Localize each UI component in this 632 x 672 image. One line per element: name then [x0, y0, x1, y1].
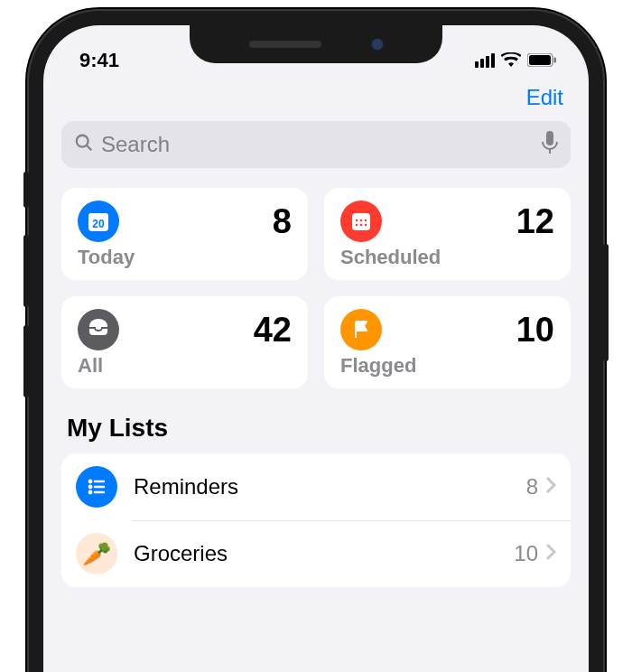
- svg-point-12: [360, 219, 363, 222]
- svg-text:20: 20: [92, 218, 105, 230]
- my-lists-header: My Lists: [67, 414, 565, 443]
- flag-icon: [340, 309, 382, 350]
- battery-icon: [527, 49, 556, 72]
- chevron-right-icon: [545, 543, 556, 565]
- microphone-icon[interactable]: [542, 131, 558, 158]
- svg-point-16: [365, 224, 367, 227]
- status-time: 9:41: [79, 49, 119, 72]
- flagged-count: 10: [516, 311, 554, 350]
- svg-point-17: [89, 481, 91, 482]
- calendar-icon: [340, 201, 382, 242]
- edit-button[interactable]: Edit: [526, 85, 563, 110]
- svg-point-21: [89, 491, 91, 493]
- smart-list-all[interactable]: 42 All: [61, 296, 308, 388]
- search-input[interactable]: Search: [61, 121, 571, 168]
- list-icon: [76, 466, 117, 508]
- svg-line-4: [87, 145, 92, 151]
- tray-icon: [78, 309, 119, 350]
- svg-point-14: [356, 224, 358, 227]
- all-count: 42: [254, 311, 292, 350]
- search-placeholder: Search: [101, 132, 534, 157]
- search-icon: [74, 133, 94, 156]
- cellular-signal-icon: [475, 53, 495, 68]
- svg-point-19: [89, 486, 91, 488]
- svg-rect-1: [529, 55, 551, 65]
- scheduled-label: Scheduled: [340, 246, 554, 269]
- svg-point-13: [365, 219, 367, 222]
- smart-list-flagged[interactable]: 10 Flagged: [324, 296, 571, 388]
- flagged-label: Flagged: [340, 354, 554, 378]
- smart-list-scheduled[interactable]: 12 Scheduled: [324, 188, 571, 280]
- svg-rect-2: [554, 58, 557, 63]
- scheduled-count: 12: [516, 202, 554, 241]
- svg-rect-5: [546, 131, 553, 145]
- svg-point-11: [356, 219, 358, 222]
- svg-point-15: [360, 224, 363, 227]
- svg-point-3: [77, 135, 88, 147]
- carrot-icon: 🥕: [76, 533, 117, 574]
- list-name: Reminders: [134, 474, 526, 499]
- calendar-today-icon: 20: [78, 201, 119, 242]
- today-count: 8: [273, 202, 292, 241]
- all-label: All: [78, 354, 292, 378]
- list-name: Groceries: [134, 541, 514, 566]
- list-count: 10: [514, 541, 538, 566]
- today-label: Today: [78, 246, 292, 269]
- smart-list-today[interactable]: 20 8 Today: [61, 188, 308, 280]
- list-item-reminders[interactable]: Reminders 8: [61, 453, 571, 520]
- chevron-right-icon: [545, 476, 556, 498]
- svg-rect-10: [352, 213, 370, 230]
- wifi-icon: [501, 49, 521, 72]
- list-count: 8: [526, 474, 538, 499]
- list-item-groceries[interactable]: 🥕 Groceries 10: [61, 520, 571, 587]
